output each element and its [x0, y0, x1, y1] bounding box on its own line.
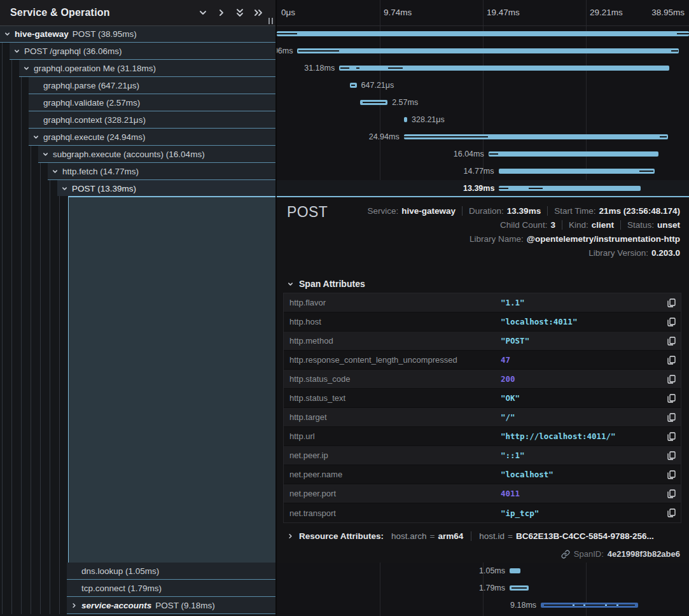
chevron-down-icon[interactable]: [60, 185, 68, 192]
meta-value: 3: [550, 220, 555, 230]
attribute-value: "::1": [501, 451, 662, 460]
span-row-4[interactable]: graphql.validate (2.57ms): [0, 94, 275, 111]
span-bar[interactable]: [404, 117, 407, 122]
resource-attributes-toggle[interactable]: Resource Attributes: host.arch=arm64host…: [286, 531, 654, 541]
meta-label: Service:: [367, 206, 398, 216]
span-bar[interactable]: [499, 169, 655, 174]
copy-icon[interactable]: [662, 337, 681, 346]
span-bar[interactable]: [510, 585, 529, 591]
collapse-all-icon[interactable]: [234, 7, 246, 18]
chevron-down-icon[interactable]: [13, 48, 20, 55]
link-icon[interactable]: [561, 550, 570, 559]
trace-viewer: Service & Operation 0μs9.74ms19.47ms29.2…: [0, 0, 689, 616]
attribute-value: "OK": [501, 393, 662, 403]
attribute-value: "localhost": [501, 470, 662, 479]
resource-attributes-preview: host.arch=arm64host.id=BC62E13B-C4CC-585…: [384, 531, 654, 541]
attribute-value: 200: [501, 374, 662, 384]
indent-guides: [2, 129, 31, 146]
span-row-9[interactable]: POST (13.39ms): [0, 180, 275, 197]
span-row-0[interactable]: hive-gatewayPOST (38.95ms): [0, 25, 275, 43]
span-bar[interactable]: [510, 568, 520, 573]
span-duration-label: 24.94ms: [369, 129, 400, 146]
attribute-row[interactable]: http.host"localhost:4011": [284, 312, 681, 332]
operation-name: POST (38.95ms): [73, 29, 137, 39]
span-attributes-section-toggle[interactable]: Span Attributes: [286, 279, 365, 289]
attribute-row[interactable]: http.flavor"1.1": [284, 293, 681, 312]
attribute-row[interactable]: http.method"POST": [284, 332, 681, 351]
span-row-1[interactable]: POST /graphql (36.06ms): [0, 43, 275, 60]
chevron-down-icon[interactable]: [3, 31, 11, 38]
span-bar[interactable]: [350, 83, 357, 88]
meta-label: Library Version:: [588, 248, 648, 258]
attribute-value: "1.1": [501, 298, 662, 307]
copy-icon[interactable]: [662, 375, 681, 384]
chevron-down-icon[interactable]: [51, 168, 59, 175]
span-row-3[interactable]: graphql.parse (647.21μs): [0, 77, 275, 94]
copy-icon[interactable]: [662, 413, 681, 422]
meta-value: 0.203.0: [651, 248, 680, 258]
meta-value: @opentelemetry/instrumentation-http: [527, 234, 680, 244]
child-span-tick: [356, 67, 359, 69]
span-bar[interactable]: [297, 48, 679, 53]
timeline-row-12: 9.18ms: [277, 597, 689, 614]
service-name: hive-gateway: [15, 29, 69, 39]
span-bar[interactable]: [339, 66, 669, 71]
child-span-tick: [499, 188, 508, 189]
attribute-row[interactable]: net.peer.port4011: [284, 484, 681, 503]
chevron-down-icon[interactable]: [22, 65, 30, 72]
span-bar[interactable]: [489, 151, 658, 157]
span-bar[interactable]: [499, 186, 641, 191]
column-divider[interactable]: [275, 0, 277, 616]
span-bar[interactable]: [360, 100, 387, 105]
copy-icon[interactable]: [662, 356, 681, 365]
collapse-one-icon[interactable]: [197, 7, 209, 18]
span-bar[interactable]: [404, 134, 668, 139]
indent-guides: [2, 163, 50, 180]
attribute-row[interactable]: net.peer.name"localhost": [284, 465, 681, 484]
attribute-row[interactable]: http.status_text"OK": [284, 389, 681, 408]
attribute-row[interactable]: net.peer.ip"::1": [284, 446, 681, 465]
attribute-row[interactable]: http.status_code200: [284, 370, 681, 389]
attribute-value: "POST": [501, 336, 662, 346]
meta-value: client: [592, 220, 614, 230]
chevron-down-icon[interactable]: [41, 151, 49, 158]
detail-row-fill: [68, 196, 275, 563]
span-detail-title: POST: [287, 204, 328, 221]
span-row-11[interactable]: tcp.connect (1.79ms): [0, 580, 275, 597]
copy-icon[interactable]: [662, 432, 681, 441]
copy-icon[interactable]: [662, 318, 681, 326]
copy-icon[interactable]: [662, 489, 681, 498]
copy-icon[interactable]: [662, 508, 681, 517]
attribute-row[interactable]: http.url"http://localhost:4011/": [284, 427, 681, 446]
span-row-7[interactable]: subgraph.execute (accounts) (16.04ms): [0, 146, 275, 163]
span-row-5[interactable]: graphql.context (328.21μs): [0, 111, 275, 129]
copy-icon[interactable]: [662, 394, 681, 403]
operation-name: graphql.parse (647.21μs): [43, 81, 139, 90]
expand-all-icon[interactable]: [253, 7, 264, 18]
column-resize-grip[interactable]: [268, 18, 273, 24]
span-row-2[interactable]: graphql.operation Me (31.18ms): [0, 60, 275, 77]
attribute-row[interactable]: net.transport"ip_tcp": [284, 503, 681, 522]
attribute-row[interactable]: http.target"/": [284, 408, 681, 427]
copy-icon[interactable]: [662, 470, 681, 479]
attribute-row[interactable]: http.response_content_length_uncompresse…: [284, 351, 681, 370]
copy-icon[interactable]: [662, 451, 681, 460]
operation-name: graphql.validate (2.57ms): [43, 98, 140, 108]
expand-one-icon[interactable]: [216, 7, 227, 18]
timeline-row-9: 13.39ms: [277, 180, 689, 197]
span-row-10[interactable]: dns.lookup (1.05ms): [0, 563, 275, 580]
span-bar[interactable]: [277, 31, 689, 36]
child-span-tick: [351, 85, 355, 86]
operation-name: dns.lookup (1.05ms): [81, 566, 159, 576]
chevron-right-icon[interactable]: [70, 602, 78, 609]
span-row-6[interactable]: graphql.execute (24.94ms): [0, 129, 275, 146]
span-row-12[interactable]: service-accountsPOST (9.18ms): [0, 597, 275, 614]
child-span-dot: [605, 605, 607, 606]
span-bar[interactable]: [541, 603, 638, 608]
span-row-8[interactable]: http.fetch (14.77ms): [0, 163, 275, 180]
copy-icon[interactable]: [662, 298, 681, 307]
chevron-down-icon[interactable]: [32, 134, 39, 141]
child-span-dot: [583, 605, 585, 606]
service-name: service-accounts: [81, 601, 151, 610]
child-span-tick: [544, 605, 636, 606]
